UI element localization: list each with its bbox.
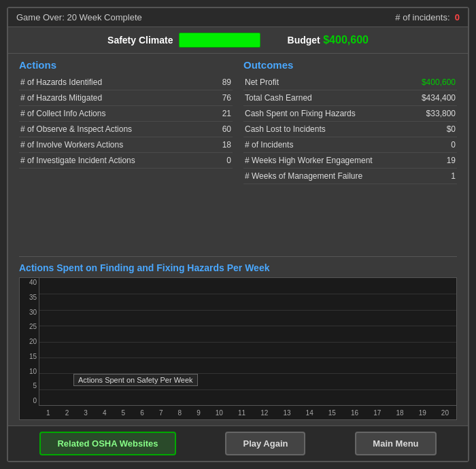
row-value: 18 (180, 137, 233, 153)
x-axis-label: 15 (328, 409, 336, 417)
chart-legend: Actions Spent on Safety Per Week (73, 374, 198, 386)
y-axis-label: 10 (20, 368, 39, 375)
grid-line (39, 326, 456, 326)
x-axis-label: 10 (216, 409, 223, 417)
main-content: Actions # of Hazards Identified89# of Ha… (8, 54, 468, 254)
outcomes-title: Outcomes (243, 59, 457, 71)
x-axis-label: 12 (260, 409, 268, 417)
row-value: $434,400 (397, 90, 457, 106)
y-axis-label: 0 (20, 398, 39, 404)
x-axis: 1234567891011121314151617181920 (39, 406, 456, 419)
incidents-value: 0 (455, 12, 460, 22)
budget-section: Budget $400,600 (288, 34, 369, 46)
row-label: Cash Lost to Incidents (243, 122, 397, 137)
x-axis-label: 13 (283, 409, 290, 417)
row-label: # Weeks of Management Failure (243, 169, 397, 184)
x-axis-label: 16 (351, 409, 358, 417)
y-axis-label: 30 (20, 309, 39, 316)
row-value: $0 (397, 122, 457, 137)
budget-label: Budget (288, 35, 320, 46)
safety-climate-bar (179, 33, 260, 48)
bottom-bar: Related OSHA Websites Play Again Main Me… (8, 425, 468, 461)
y-axis-label: 25 (20, 324, 39, 330)
main-menu-button[interactable]: Main Menu (355, 432, 436, 455)
x-axis-label: 14 (306, 409, 313, 417)
safety-climate-section: Safety Climate (107, 33, 260, 48)
row-label: # of Hazards Identified (19, 75, 180, 90)
table-row: # of Collect Info Actions21 (19, 106, 233, 122)
y-axis-label: 20 (20, 338, 39, 345)
x-axis-label: 7 (159, 409, 163, 417)
divider (19, 256, 457, 257)
row-value: 0 (180, 153, 233, 169)
table-row: # of Hazards Identified89 (19, 75, 233, 90)
y-axis-label: 40 (20, 279, 39, 286)
table-row: # of Observe & Inspect Actions60 (19, 122, 233, 137)
table-row: # of Involve Workers Actions18 (19, 137, 233, 153)
row-value: $400,600 (397, 75, 457, 90)
x-axis-label: 11 (238, 409, 245, 417)
actions-table: # of Hazards Identified89# of Hazards Mi… (19, 75, 233, 169)
y-axis-label: 15 (20, 353, 39, 360)
x-axis-label: 4 (103, 409, 107, 417)
x-axis-label: 18 (396, 409, 403, 417)
outcomes-table: Net Profit$400,600Total Cash Earned$434,… (243, 75, 457, 184)
osha-button[interactable]: Related OSHA Websites (39, 432, 175, 455)
y-axis-label: 5 (20, 383, 39, 389)
row-label: Total Cash Earned (243, 90, 397, 106)
table-row: # of Hazards Mitigated76 (19, 90, 233, 106)
table-row: Cash Spent on Fixing Hazards$33,800 (243, 106, 457, 122)
row-value: 76 (180, 90, 233, 106)
x-axis-label: 8 (178, 409, 182, 417)
row-label: # Weeks High Worker Engagement (243, 153, 397, 169)
row-label: Net Profit (243, 75, 397, 90)
row-label: Cash Spent on Fixing Hazards (243, 106, 397, 122)
row-value: $33,800 (397, 106, 457, 122)
actions-column: Actions # of Hazards Identified89# of Ha… (19, 59, 233, 248)
game-over-window: Game Over: 20 Week Complete # of inciden… (7, 7, 469, 462)
row-label: # of Involve Workers Actions (19, 137, 180, 153)
incidents-label: # of incidents: (395, 12, 449, 22)
table-row: # Weeks High Worker Engagement19 (243, 153, 457, 169)
row-value: 89 (180, 75, 233, 90)
grid-line (39, 342, 456, 343)
row-value: 1 (397, 169, 457, 184)
x-axis-label: 1 (46, 409, 50, 417)
y-axis: 4035302520151050 (20, 278, 39, 406)
grid-line (39, 389, 456, 390)
x-axis-label: 19 (419, 409, 426, 417)
table-row: # of Investigate Incident Actions0 (19, 153, 233, 169)
budget-value: $400,600 (323, 34, 369, 46)
row-label: # of Hazards Mitigated (19, 90, 180, 106)
table-row: # of Incidents0 (243, 137, 457, 153)
play-again-button[interactable]: Play Again (225, 432, 305, 455)
row-value: 60 (180, 122, 233, 137)
grid-line (39, 294, 456, 294)
grid-line (39, 358, 456, 358)
chart-area: 4035302520151050 Actions Spent on Safety… (19, 277, 457, 420)
y-axis-label: 35 (20, 294, 39, 301)
chart-inner: Actions Spent on Safety Per Week (39, 278, 456, 406)
row-value: 21 (180, 106, 233, 122)
x-axis-label: 6 (140, 409, 144, 417)
row-label: # of Collect Info Actions (19, 106, 180, 122)
row-label: # of Investigate Incident Actions (19, 153, 180, 169)
x-axis-label: 17 (373, 409, 381, 417)
grid-line (39, 310, 456, 311)
table-row: # Weeks of Management Failure1 (243, 169, 457, 184)
safety-climate-row: Safety Climate Budget $400,600 (8, 27, 468, 54)
chart-section: Actions Spent on Finding and Fixing Haza… (8, 260, 468, 425)
x-axis-label: 5 (122, 409, 126, 417)
row-value: 19 (397, 153, 457, 169)
title-bar: Game Over: 20 Week Complete # of inciden… (8, 8, 468, 27)
outcomes-column: Outcomes Net Profit$400,600Total Cash Ea… (243, 59, 457, 248)
chart-title: Actions Spent on Finding and Fixing Haza… (19, 262, 457, 273)
x-axis-label: 3 (84, 409, 88, 417)
row-value: 0 (397, 137, 457, 153)
x-axis-label: 20 (441, 409, 449, 417)
table-row: Net Profit$400,600 (243, 75, 457, 90)
x-axis-label: 9 (197, 409, 201, 417)
actions-title: Actions (19, 59, 233, 71)
row-label: # of Observe & Inspect Actions (19, 122, 180, 137)
window-title: Game Over: 20 Week Complete (16, 12, 142, 22)
